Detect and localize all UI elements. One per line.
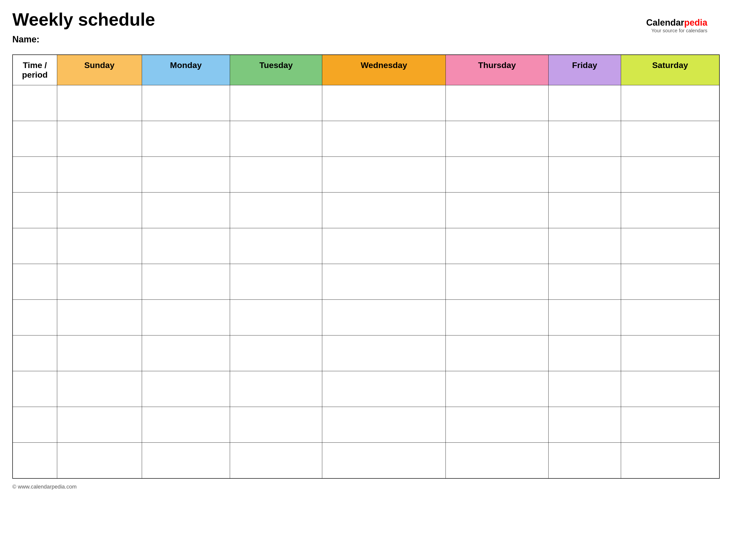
table-row — [13, 371, 719, 407]
schedule-cell[interactable] — [142, 407, 230, 443]
col-monday: Monday — [142, 55, 230, 85]
schedule-cell[interactable] — [621, 193, 719, 228]
schedule-cell[interactable] — [548, 443, 621, 478]
schedule-cell[interactable] — [446, 264, 548, 300]
schedule-cell[interactable] — [446, 193, 548, 228]
schedule-cell[interactable] — [322, 121, 446, 157]
col-thursday: Thursday — [446, 55, 548, 85]
time-cell[interactable] — [13, 157, 57, 193]
schedule-cell[interactable] — [548, 228, 621, 264]
schedule-cell[interactable] — [57, 157, 142, 193]
schedule-cell[interactable] — [230, 407, 322, 443]
schedule-cell[interactable] — [446, 443, 548, 478]
table-row — [13, 300, 719, 335]
schedule-cell[interactable] — [230, 157, 322, 193]
schedule-cell[interactable] — [446, 407, 548, 443]
col-saturday: Saturday — [621, 55, 719, 85]
schedule-cell[interactable] — [230, 193, 322, 228]
schedule-cell[interactable] — [57, 193, 142, 228]
schedule-cell[interactable] — [322, 228, 446, 264]
schedule-cell[interactable] — [142, 121, 230, 157]
schedule-cell[interactable] — [621, 228, 719, 264]
schedule-cell[interactable] — [230, 335, 322, 371]
schedule-cell[interactable] — [621, 121, 719, 157]
schedule-cell[interactable] — [322, 371, 446, 407]
schedule-cell[interactable] — [621, 335, 719, 371]
time-cell[interactable] — [13, 407, 57, 443]
schedule-cell[interactable] — [548, 157, 621, 193]
schedule-table: Time / period Sunday Monday Tuesday Wedn… — [12, 54, 720, 479]
schedule-cell[interactable] — [230, 264, 322, 300]
schedule-cell[interactable] — [142, 443, 230, 478]
schedule-cell[interactable] — [57, 228, 142, 264]
col-wednesday: Wednesday — [322, 55, 446, 85]
schedule-cell[interactable] — [621, 85, 719, 121]
time-cell[interactable] — [13, 371, 57, 407]
time-cell[interactable] — [13, 228, 57, 264]
name-label: Name: — [12, 34, 720, 45]
schedule-cell[interactable] — [322, 407, 446, 443]
schedule-cell[interactable] — [322, 85, 446, 121]
schedule-cell[interactable] — [322, 193, 446, 228]
schedule-cell[interactable] — [142, 335, 230, 371]
schedule-cell[interactable] — [142, 193, 230, 228]
schedule-cell[interactable] — [621, 264, 719, 300]
schedule-cell[interactable] — [548, 85, 621, 121]
schedule-cell[interactable] — [142, 85, 230, 121]
schedule-cell[interactable] — [548, 407, 621, 443]
time-cell[interactable] — [13, 193, 57, 228]
schedule-cell[interactable] — [548, 264, 621, 300]
schedule-cell[interactable] — [322, 157, 446, 193]
time-cell[interactable] — [13, 443, 57, 478]
schedule-cell[interactable] — [230, 228, 322, 264]
schedule-cell[interactable] — [548, 121, 621, 157]
schedule-cell[interactable] — [621, 371, 719, 407]
schedule-cell[interactable] — [230, 300, 322, 335]
schedule-cell[interactable] — [548, 300, 621, 335]
schedule-cell[interactable] — [446, 85, 548, 121]
schedule-cell[interactable] — [57, 443, 142, 478]
schedule-cell[interactable] — [621, 300, 719, 335]
schedule-cell[interactable] — [446, 371, 548, 407]
schedule-cell[interactable] — [142, 264, 230, 300]
schedule-cell[interactable] — [57, 85, 142, 121]
table-row — [13, 121, 719, 157]
schedule-cell[interactable] — [230, 371, 322, 407]
schedule-cell[interactable] — [322, 300, 446, 335]
time-cell[interactable] — [13, 121, 57, 157]
logo-container: Calendarpedia Your source for calendars — [646, 17, 707, 34]
time-cell[interactable] — [13, 264, 57, 300]
schedule-cell[interactable] — [548, 193, 621, 228]
schedule-cell[interactable] — [57, 335, 142, 371]
schedule-cell[interactable] — [621, 407, 719, 443]
time-cell[interactable] — [13, 85, 57, 121]
schedule-cell[interactable] — [446, 228, 548, 264]
schedule-cell[interactable] — [230, 443, 322, 478]
schedule-cell[interactable] — [548, 371, 621, 407]
schedule-cell[interactable] — [322, 443, 446, 478]
header-row: Time / period Sunday Monday Tuesday Wedn… — [13, 55, 719, 85]
schedule-cell[interactable] — [446, 121, 548, 157]
schedule-cell[interactable] — [446, 157, 548, 193]
schedule-cell[interactable] — [57, 371, 142, 407]
schedule-cell[interactable] — [621, 157, 719, 193]
schedule-cell[interactable] — [57, 407, 142, 443]
schedule-cell[interactable] — [446, 335, 548, 371]
schedule-cell[interactable] — [548, 335, 621, 371]
schedule-cell[interactable] — [57, 121, 142, 157]
schedule-cell[interactable] — [322, 264, 446, 300]
schedule-cell[interactable] — [142, 300, 230, 335]
time-cell[interactable] — [13, 335, 57, 371]
schedule-cell[interactable] — [230, 85, 322, 121]
schedule-cell[interactable] — [230, 121, 322, 157]
schedule-cell[interactable] — [142, 157, 230, 193]
schedule-cell[interactable] — [322, 335, 446, 371]
schedule-cell[interactable] — [57, 264, 142, 300]
page-title: Weekly schedule — [12, 10, 720, 29]
time-cell[interactable] — [13, 300, 57, 335]
schedule-cell[interactable] — [446, 300, 548, 335]
schedule-cell[interactable] — [621, 443, 719, 478]
schedule-cell[interactable] — [57, 300, 142, 335]
schedule-cell[interactable] — [142, 228, 230, 264]
schedule-cell[interactable] — [142, 371, 230, 407]
